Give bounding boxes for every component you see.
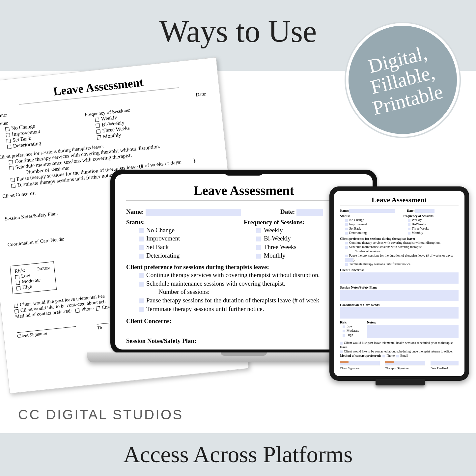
checkbox[interactable] <box>382 355 385 357</box>
checkbox[interactable] <box>340 342 343 345</box>
checkbox[interactable] <box>6 133 10 137</box>
label-concerns: Client Concerns: <box>340 268 459 272</box>
checkbox[interactable] <box>95 118 99 122</box>
checkbox[interactable] <box>96 129 100 134</box>
checkbox[interactable] <box>343 325 345 328</box>
opt-pause: Pause therapy sessions for the duration … <box>349 254 453 257</box>
opt-low: Low <box>21 272 30 279</box>
checkbox[interactable] <box>256 254 261 259</box>
checkbox[interactable] <box>9 166 14 170</box>
checkbox[interactable] <box>345 242 348 244</box>
text-contact-sched: Client would like to be contacted about … <box>344 350 453 353</box>
checkbox[interactable] <box>345 232 348 235</box>
opt-improvement: Improvement <box>349 222 367 226</box>
checkbox[interactable] <box>75 308 80 313</box>
opt-monthly: Monthly <box>412 231 423 235</box>
sig-therapist: Therapist Signature <box>385 366 425 370</box>
checkbox[interactable] <box>16 280 20 285</box>
checkbox[interactable] <box>139 228 144 233</box>
close-paren: ). <box>193 157 197 163</box>
input-notes-safety[interactable] <box>340 290 459 301</box>
opt-three-weeks: Three Weeks <box>264 243 296 250</box>
checkbox[interactable] <box>256 245 261 250</box>
checkbox[interactable] <box>408 219 410 222</box>
label-frequency: Frequency of Sessions: <box>403 214 434 218</box>
label-status: Status: <box>126 219 145 226</box>
checkbox[interactable] <box>11 184 15 188</box>
opt-deteriorating: Deteriorating <box>349 231 367 235</box>
opt-phone: Phone <box>386 354 395 357</box>
checkbox[interactable] <box>343 334 345 337</box>
opt-bi-weekly: Bi-Weekly <box>264 235 291 242</box>
input-name[interactable] <box>146 209 241 216</box>
opt-terminate: Terminate therapy sessions until further… <box>349 262 411 266</box>
input-date[interactable] <box>296 209 323 216</box>
input-client-sig[interactable] <box>340 361 380 365</box>
tablet-mockup: Leave Assessment Name: Date: Status: No … <box>329 186 469 381</box>
opt-high: High <box>22 284 33 290</box>
checkbox[interactable] <box>343 330 345 332</box>
checkbox[interactable] <box>7 145 11 149</box>
input-name[interactable] <box>349 209 395 213</box>
checkbox[interactable] <box>139 282 144 287</box>
checkbox[interactable] <box>256 228 261 233</box>
checkbox[interactable] <box>139 273 144 278</box>
input-date-finalized[interactable] <box>431 361 459 365</box>
checkbox[interactable] <box>345 228 348 230</box>
label-concerns: Client Concerns: <box>126 318 172 324</box>
opt-monthly: Monthly <box>264 252 285 259</box>
checkbox[interactable] <box>256 237 261 241</box>
checkbox[interactable] <box>139 307 144 312</box>
opt-email: Email <box>400 354 408 357</box>
checkbox[interactable] <box>96 124 100 128</box>
checkbox[interactable] <box>11 178 15 182</box>
tagline: Access Across Platforms <box>123 441 352 468</box>
checkbox[interactable] <box>14 303 18 308</box>
checkbox[interactable] <box>345 255 348 257</box>
label-client-pref: Client preference for sessions during th… <box>126 264 269 270</box>
checkbox[interactable] <box>139 237 144 241</box>
checkbox[interactable] <box>139 254 144 259</box>
checkbox[interactable] <box>5 127 10 131</box>
label-name: Name: <box>126 208 144 215</box>
checkbox[interactable] <box>408 232 410 235</box>
text-post-leave: Client would like post leave telemental … <box>340 341 453 349</box>
checkbox[interactable] <box>139 298 144 303</box>
checkbox[interactable] <box>345 223 348 226</box>
checkbox[interactable] <box>14 309 19 313</box>
input-date[interactable] <box>415 209 434 213</box>
opt-pause: Pause therapy sessions for the duration … <box>146 297 319 304</box>
checkbox[interactable] <box>340 350 343 353</box>
checkbox[interactable] <box>396 355 399 357</box>
checkbox[interactable] <box>345 219 348 222</box>
checkbox[interactable] <box>16 286 20 290</box>
close-paren: ). <box>353 258 355 262</box>
checkbox[interactable] <box>408 223 410 226</box>
opt-schedule: Schedule maintenance sessions with cover… <box>349 245 422 249</box>
form-title: Leave Assessment <box>126 183 361 201</box>
opt-weekly: Weekly <box>264 227 283 234</box>
label-risk: Risk: <box>340 321 348 324</box>
checkbox[interactable] <box>345 263 348 266</box>
input-weeks[interactable] <box>345 258 353 262</box>
checkbox[interactable] <box>15 275 19 279</box>
checkbox[interactable] <box>345 246 348 249</box>
input-notes[interactable] <box>367 325 459 338</box>
input-concerns[interactable] <box>340 272 459 284</box>
checkbox[interactable] <box>97 135 101 140</box>
input-coord[interactable] <box>340 307 459 319</box>
checkbox[interactable] <box>7 139 11 143</box>
label-risk: Risk: <box>14 267 25 274</box>
label-name: Name: <box>340 209 349 212</box>
checkbox[interactable] <box>96 306 100 310</box>
opt-deteriorating: Deteriorating <box>146 252 180 259</box>
bottom-band: Access Across Platforms <box>0 433 476 476</box>
checkbox[interactable] <box>408 228 410 230</box>
input-therapist-sig[interactable] <box>385 361 425 365</box>
opt-improvement: Improvement <box>146 235 180 242</box>
label-date: Date: <box>280 208 295 215</box>
label-notes-safety: Session Notes/Safety Plan: <box>340 286 459 289</box>
checkbox[interactable] <box>9 160 13 164</box>
opt-schedule: Schedule maintenance sessions with cover… <box>146 280 285 287</box>
checkbox[interactable] <box>139 245 144 250</box>
